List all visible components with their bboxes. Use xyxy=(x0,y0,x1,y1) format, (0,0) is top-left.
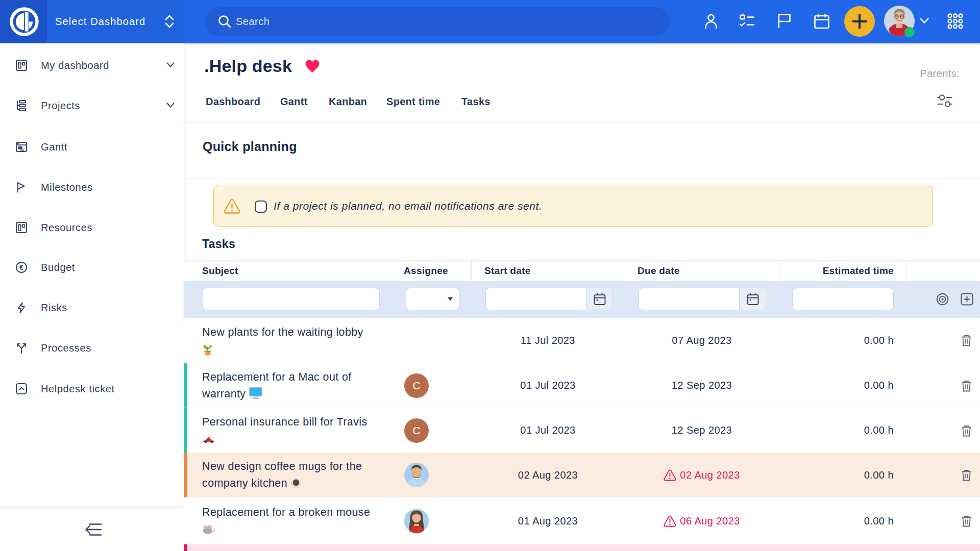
svg-text:€: € xyxy=(19,263,23,271)
